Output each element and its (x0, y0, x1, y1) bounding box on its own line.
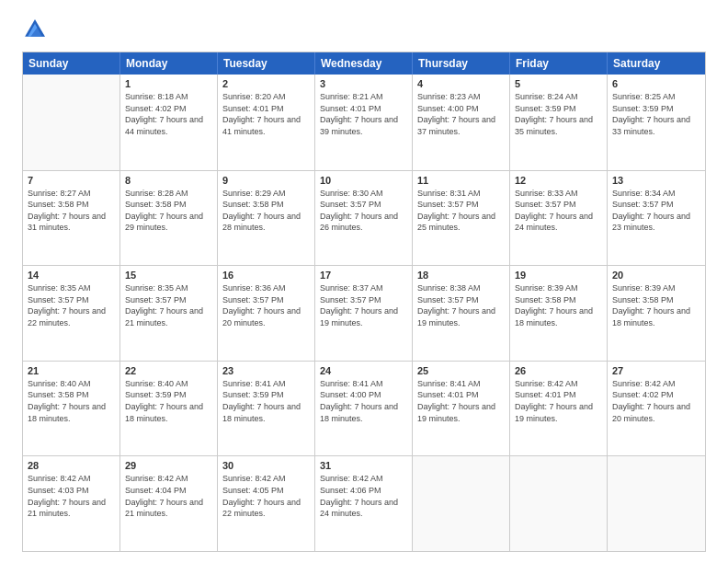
day-number: 18 (417, 270, 505, 281)
day-info: Sunrise: 8:42 AM Sunset: 4:04 PM Dayligh… (125, 473, 212, 519)
header (22, 17, 706, 42)
day-number: 13 (612, 175, 700, 186)
calendar-cell: 31Sunrise: 8:42 AM Sunset: 4:06 PM Dayli… (315, 456, 413, 551)
day-number: 16 (222, 270, 310, 281)
day-number: 23 (222, 365, 310, 376)
calendar-cell: 3Sunrise: 8:21 AM Sunset: 4:01 PM Daylig… (315, 75, 413, 170)
calendar-row: 14Sunrise: 8:35 AM Sunset: 3:57 PM Dayli… (23, 265, 705, 361)
day-number: 7 (28, 175, 115, 186)
calendar-cell: 2Sunrise: 8:20 AM Sunset: 4:01 PM Daylig… (218, 75, 315, 170)
calendar-cell: 28Sunrise: 8:42 AM Sunset: 4:03 PM Dayli… (23, 456, 120, 551)
day-info: Sunrise: 8:40 AM Sunset: 3:58 PM Dayligh… (28, 378, 115, 424)
day-info: Sunrise: 8:40 AM Sunset: 3:59 PM Dayligh… (125, 378, 212, 424)
page: SundayMondayTuesdayWednesdayThursdayFrid… (0, 0, 728, 563)
calendar-cell (23, 75, 120, 170)
calendar-cell: 16Sunrise: 8:36 AM Sunset: 3:57 PM Dayli… (218, 266, 315, 361)
weekday-header: Saturday (608, 52, 705, 75)
day-info: Sunrise: 8:41 AM Sunset: 4:00 PM Dayligh… (320, 378, 407, 424)
calendar-cell: 23Sunrise: 8:41 AM Sunset: 3:59 PM Dayli… (218, 362, 315, 456)
calendar-cell (413, 456, 510, 551)
day-info: Sunrise: 8:41 AM Sunset: 4:01 PM Dayligh… (417, 378, 505, 424)
day-number: 3 (320, 78, 407, 89)
day-info: Sunrise: 8:39 AM Sunset: 3:58 PM Dayligh… (612, 282, 700, 328)
calendar-cell: 4Sunrise: 8:23 AM Sunset: 4:00 PM Daylig… (413, 75, 510, 170)
calendar-cell: 27Sunrise: 8:42 AM Sunset: 4:02 PM Dayli… (608, 362, 705, 456)
weekday-header: Tuesday (218, 52, 315, 75)
day-info: Sunrise: 8:31 AM Sunset: 3:57 PM Dayligh… (417, 188, 505, 234)
day-number: 15 (125, 270, 212, 281)
day-number: 12 (515, 175, 602, 186)
day-number: 27 (612, 365, 700, 376)
day-info: Sunrise: 8:33 AM Sunset: 3:57 PM Dayligh… (515, 188, 602, 234)
day-number: 25 (417, 365, 505, 376)
calendar-cell: 15Sunrise: 8:35 AM Sunset: 3:57 PM Dayli… (120, 266, 218, 361)
day-info: Sunrise: 8:38 AM Sunset: 3:57 PM Dayligh… (417, 282, 505, 328)
day-info: Sunrise: 8:39 AM Sunset: 3:58 PM Dayligh… (515, 282, 602, 328)
calendar-cell: 30Sunrise: 8:42 AM Sunset: 4:05 PM Dayli… (218, 456, 315, 551)
day-info: Sunrise: 8:42 AM Sunset: 4:03 PM Dayligh… (28, 473, 115, 519)
weekday-header: Wednesday (315, 52, 413, 75)
calendar-cell: 25Sunrise: 8:41 AM Sunset: 4:01 PM Dayli… (413, 362, 510, 456)
day-info: Sunrise: 8:42 AM Sunset: 4:02 PM Dayligh… (612, 378, 700, 424)
day-info: Sunrise: 8:36 AM Sunset: 3:57 PM Dayligh… (222, 282, 310, 328)
day-number: 21 (28, 365, 115, 376)
day-info: Sunrise: 8:28 AM Sunset: 3:58 PM Dayligh… (125, 188, 212, 234)
day-info: Sunrise: 8:42 AM Sunset: 4:06 PM Dayligh… (320, 473, 407, 519)
calendar-row: 28Sunrise: 8:42 AM Sunset: 4:03 PM Dayli… (23, 455, 705, 551)
day-number: 6 (612, 78, 700, 89)
logo-icon (22, 17, 48, 42)
day-info: Sunrise: 8:25 AM Sunset: 3:59 PM Dayligh… (612, 91, 700, 137)
calendar-cell: 9Sunrise: 8:29 AM Sunset: 3:58 PM Daylig… (218, 171, 315, 266)
calendar-row: 7Sunrise: 8:27 AM Sunset: 3:58 PM Daylig… (23, 170, 705, 266)
day-number: 2 (222, 78, 310, 89)
logo (22, 17, 51, 42)
day-info: Sunrise: 8:42 AM Sunset: 4:05 PM Dayligh… (222, 473, 310, 519)
day-number: 19 (515, 270, 602, 281)
day-number: 5 (515, 78, 602, 89)
day-info: Sunrise: 8:41 AM Sunset: 3:59 PM Dayligh… (222, 378, 310, 424)
day-number: 11 (417, 175, 505, 186)
calendar-cell: 5Sunrise: 8:24 AM Sunset: 3:59 PM Daylig… (510, 75, 608, 170)
calendar-cell: 10Sunrise: 8:30 AM Sunset: 3:57 PM Dayli… (315, 171, 413, 266)
calendar-row: 1Sunrise: 8:18 AM Sunset: 4:02 PM Daylig… (23, 75, 705, 170)
weekday-header: Friday (510, 52, 608, 75)
day-number: 8 (125, 175, 212, 186)
calendar-cell: 1Sunrise: 8:18 AM Sunset: 4:02 PM Daylig… (120, 75, 218, 170)
calendar-cell: 29Sunrise: 8:42 AM Sunset: 4:04 PM Dayli… (120, 456, 218, 551)
day-number: 1 (125, 78, 212, 89)
calendar-cell: 21Sunrise: 8:40 AM Sunset: 3:58 PM Dayli… (23, 362, 120, 456)
calendar-body: 1Sunrise: 8:18 AM Sunset: 4:02 PM Daylig… (23, 75, 705, 551)
day-info: Sunrise: 8:35 AM Sunset: 3:57 PM Dayligh… (28, 282, 115, 328)
day-number: 30 (222, 460, 310, 471)
day-info: Sunrise: 8:34 AM Sunset: 3:57 PM Dayligh… (612, 188, 700, 234)
day-number: 20 (612, 270, 700, 281)
calendar-cell: 7Sunrise: 8:27 AM Sunset: 3:58 PM Daylig… (23, 171, 120, 266)
calendar-cell: 13Sunrise: 8:34 AM Sunset: 3:57 PM Dayli… (608, 171, 705, 266)
day-number: 28 (28, 460, 115, 471)
day-number: 24 (320, 365, 407, 376)
day-number: 9 (222, 175, 310, 186)
day-info: Sunrise: 8:29 AM Sunset: 3:58 PM Dayligh… (222, 188, 310, 234)
calendar-cell: 18Sunrise: 8:38 AM Sunset: 3:57 PM Dayli… (413, 266, 510, 361)
day-info: Sunrise: 8:21 AM Sunset: 4:01 PM Dayligh… (320, 91, 407, 137)
weekday-header: Thursday (413, 52, 510, 75)
calendar-cell: 22Sunrise: 8:40 AM Sunset: 3:59 PM Dayli… (120, 362, 218, 456)
calendar-cell: 20Sunrise: 8:39 AM Sunset: 3:58 PM Dayli… (608, 266, 705, 361)
day-info: Sunrise: 8:42 AM Sunset: 4:01 PM Dayligh… (515, 378, 602, 424)
calendar-cell: 6Sunrise: 8:25 AM Sunset: 3:59 PM Daylig… (608, 75, 705, 170)
day-number: 22 (125, 365, 212, 376)
calendar-cell: 19Sunrise: 8:39 AM Sunset: 3:58 PM Dayli… (510, 266, 608, 361)
calendar-cell: 17Sunrise: 8:37 AM Sunset: 3:57 PM Dayli… (315, 266, 413, 361)
calendar-cell: 24Sunrise: 8:41 AM Sunset: 4:00 PM Dayli… (315, 362, 413, 456)
calendar-row: 21Sunrise: 8:40 AM Sunset: 3:58 PM Dayli… (23, 361, 705, 456)
calendar-cell: 14Sunrise: 8:35 AM Sunset: 3:57 PM Dayli… (23, 266, 120, 361)
day-info: Sunrise: 8:35 AM Sunset: 3:57 PM Dayligh… (125, 282, 212, 328)
calendar-cell: 12Sunrise: 8:33 AM Sunset: 3:57 PM Dayli… (510, 171, 608, 266)
day-number: 26 (515, 365, 602, 376)
day-number: 10 (320, 175, 407, 186)
calendar-cell: 8Sunrise: 8:28 AM Sunset: 3:58 PM Daylig… (120, 171, 218, 266)
day-number: 31 (320, 460, 407, 471)
calendar-cell: 11Sunrise: 8:31 AM Sunset: 3:57 PM Dayli… (413, 171, 510, 266)
day-number: 4 (417, 78, 505, 89)
day-info: Sunrise: 8:24 AM Sunset: 3:59 PM Dayligh… (515, 91, 602, 137)
